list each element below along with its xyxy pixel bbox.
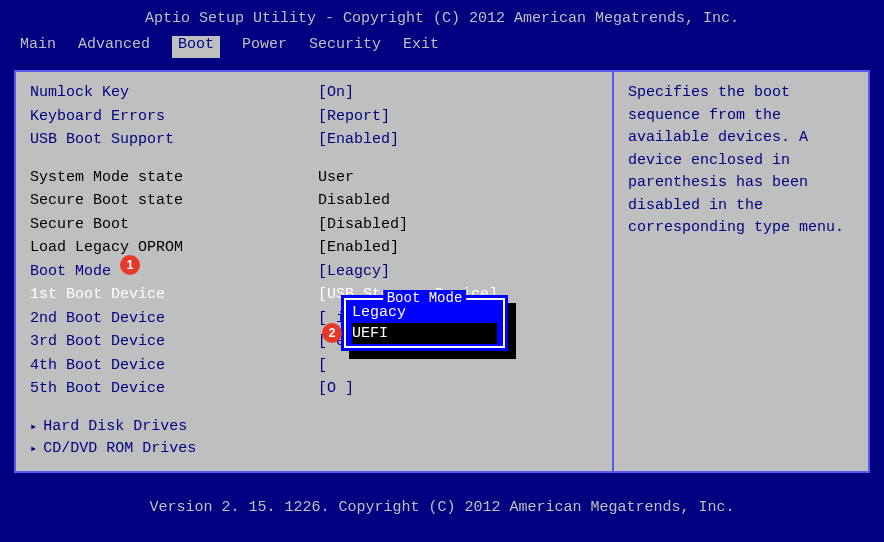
tab-boot[interactable]: Boot (172, 36, 220, 58)
label: System Mode state (30, 167, 318, 190)
setting-usb-boot[interactable]: USB Boot Support [Enabled] (30, 129, 598, 152)
value: [Enabled] (318, 129, 598, 152)
boot-mode-popup: Boot Mode Legacy UEFI (341, 295, 508, 351)
annotation-marker-1: 1 (120, 255, 140, 275)
setting-secure-boot: Secure Boot [Disabled] (30, 214, 598, 237)
label: 4th Boot Device (30, 355, 318, 378)
value: Disabled (318, 190, 598, 213)
submenu-hard-disk-drives[interactable]: Hard Disk Drives (30, 416, 598, 439)
label: 5th Boot Device (30, 378, 318, 401)
setting-2nd-boot-device[interactable]: 2nd Boot Device [ ices: P...] (30, 308, 598, 331)
tab-advanced[interactable]: Advanced (78, 36, 150, 58)
label: 1st Boot Device (30, 284, 318, 307)
setting-boot-mode[interactable]: Boot Mode [Leagcy] (30, 261, 598, 284)
setting-load-legacy-oprom: Load Legacy OPROM [Enabled] (30, 237, 598, 260)
value: [O ] (318, 378, 598, 401)
setting-5th-boot-device[interactable]: 5th Boot Device [O ] (30, 378, 598, 401)
setting-system-mode: System Mode state User (30, 167, 598, 190)
setting-secure-boot-state: Secure Boot state Disabled (30, 190, 598, 213)
label: Secure Boot state (30, 190, 318, 213)
tab-main[interactable]: Main (20, 36, 56, 58)
value: [On] (318, 82, 598, 105)
tab-power[interactable]: Power (242, 36, 287, 58)
help-panel: Specifies the boot sequence from the ava… (614, 70, 870, 473)
label: USB Boot Support (30, 129, 318, 152)
setting-keyboard-errors[interactable]: Keyboard Errors [Report] (30, 106, 598, 129)
label: Load Legacy OPROM (30, 237, 318, 260)
tab-bar: Main Advanced Boot Power Security Exit (0, 36, 884, 58)
label: Secure Boot (30, 214, 318, 237)
label: 3rd Boot Device (30, 331, 318, 354)
bios-header: Aptio Setup Utility - Copyright (C) 2012… (0, 0, 884, 36)
setting-1st-boot-device[interactable]: 1st Boot Device [USB Storage Device] (30, 284, 598, 307)
value: [Leagcy] (318, 261, 598, 284)
popup-option-uefi[interactable]: UEFI (352, 323, 497, 344)
submenu-cd-dvd-drives[interactable]: CD/DVD ROM Drives (30, 438, 598, 461)
label: Keyboard Errors (30, 106, 318, 129)
value: [Disabled] (318, 214, 598, 237)
setting-3rd-boot-device[interactable]: 3rd Boot Device [ es: W...] (30, 331, 598, 354)
tab-exit[interactable]: Exit (403, 36, 439, 58)
value: User (318, 167, 598, 190)
tab-security[interactable]: Security (309, 36, 381, 58)
setting-4th-boot-device[interactable]: 4th Boot Device [ (30, 355, 598, 378)
label: 2nd Boot Device (30, 308, 318, 331)
value: [Enabled] (318, 237, 598, 260)
value: [ (318, 355, 598, 378)
help-text: Specifies the boot sequence from the ava… (628, 82, 854, 240)
label: Numlock Key (30, 82, 318, 105)
bios-footer: Version 2. 15. 1226. Copyright (C) 2012 … (0, 485, 884, 516)
settings-panel: Numlock Key [On] Keyboard Errors [Report… (14, 70, 614, 473)
popup-title: Boot Mode (383, 290, 467, 306)
setting-numlock[interactable]: Numlock Key [On] (30, 82, 598, 105)
annotation-marker-2: 2 (322, 323, 342, 343)
value: [Report] (318, 106, 598, 129)
label: Boot Mode (30, 261, 318, 284)
